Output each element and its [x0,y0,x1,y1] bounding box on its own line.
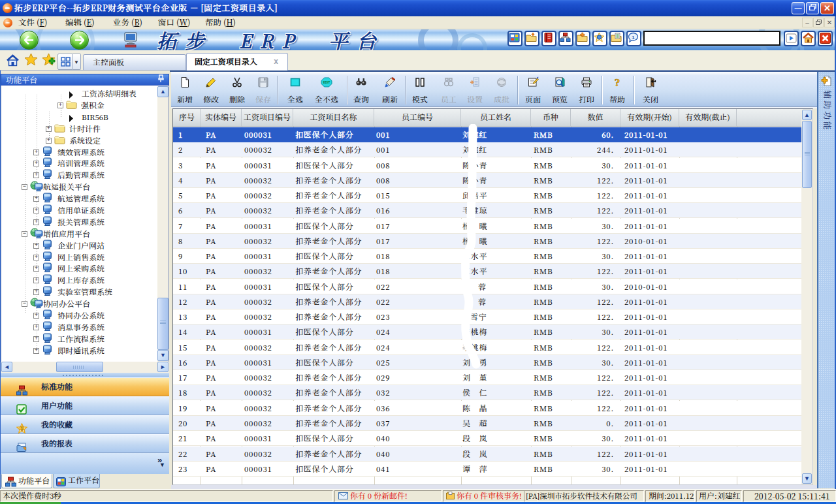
svg-text:1: 1 [632,35,635,40]
svg-text:?: ? [615,76,620,88]
svg-text:EDIT: EDIT [323,81,330,84]
svg-text:1: 1 [21,426,24,431]
